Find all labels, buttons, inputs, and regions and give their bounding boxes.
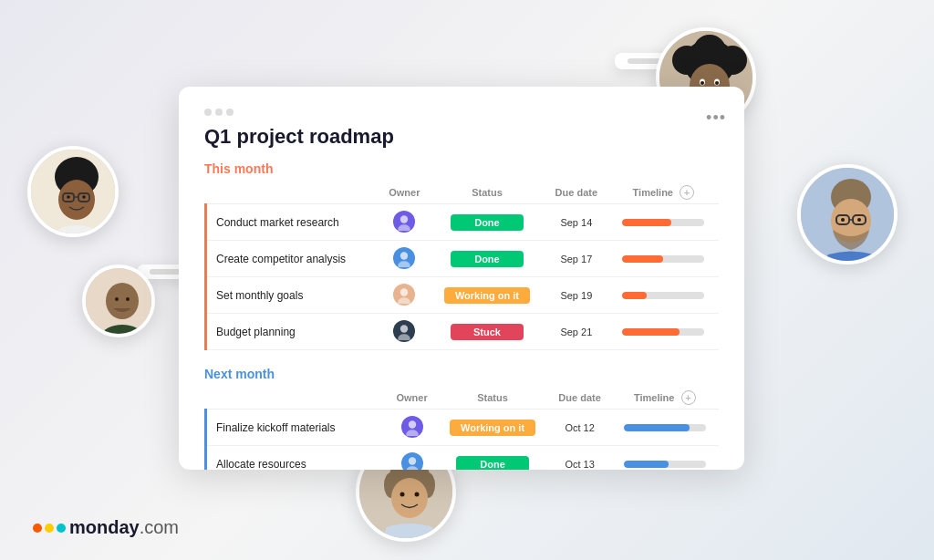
- task-owner: [388, 410, 437, 446]
- svg-point-31: [126, 297, 130, 301]
- next-month-label: Next month: [204, 367, 275, 381]
- task-owner: [379, 204, 430, 241]
- col-status-nm: Status: [436, 387, 548, 410]
- svg-point-9: [715, 81, 719, 85]
- avatar-left-mid: [27, 146, 119, 237]
- svg-point-39: [415, 493, 420, 497]
- task-name: Budget planning: [206, 314, 379, 350]
- task-status: Done: [430, 204, 545, 241]
- task-due-date: Oct 12: [549, 410, 611, 446]
- task-due-date: Oct 13: [549, 446, 611, 471]
- dot-2: [215, 109, 223, 116]
- this-month-label: This month: [204, 161, 273, 176]
- svg-point-51: [406, 466, 418, 470]
- task-owner: [379, 241, 430, 277]
- task-timeline: [608, 204, 719, 241]
- svg-point-50: [408, 457, 415, 464]
- svg-point-25: [67, 195, 70, 199]
- status-badge: Stuck: [451, 324, 524, 340]
- svg-point-38: [400, 493, 405, 497]
- project-card: ••• Q1 project roadmap This month Owner …: [179, 87, 744, 470]
- task-timeline: [608, 241, 719, 277]
- svg-point-40: [400, 215, 408, 223]
- svg-point-29: [106, 283, 139, 319]
- next-month-section: Next month Owner Status Due date Timelin…: [204, 367, 719, 470]
- col-due-date-nm: Due date: [549, 387, 611, 410]
- task-status: Done: [436, 446, 548, 471]
- svg-point-42: [400, 252, 408, 259]
- dot-1: [204, 109, 212, 116]
- logo-mark: [33, 524, 66, 533]
- task-name: Set monthly goals: [206, 277, 379, 314]
- status-badge: Done: [451, 251, 524, 267]
- col-owner-nm: Owner: [388, 387, 437, 410]
- task-due-date: Sep 19: [545, 277, 608, 314]
- task-name: Conduct market research: [206, 204, 379, 241]
- table-row: Allocate resources Done Oct 13: [206, 446, 720, 471]
- svg-point-44: [400, 288, 408, 296]
- svg-point-26: [82, 195, 86, 199]
- table-row: Budget planning Stuck Sep 21: [206, 314, 720, 350]
- col-due-date: Due date: [545, 181, 608, 204]
- status-badge: Working on it: [444, 287, 530, 304]
- task-due-date: Sep 21: [545, 314, 608, 350]
- task-status: Working on it: [430, 277, 545, 314]
- task-status: Working on it: [436, 410, 548, 446]
- next-month-table: Owner Status Due date Timeline + Finaliz…: [204, 387, 719, 470]
- col-status: Status: [430, 181, 545, 204]
- table-row: Conduct market research Done Sep 14: [206, 204, 720, 241]
- task-name: Finalize kickoff materials: [206, 410, 388, 446]
- this-month-section: This month Owner Status Due date Timelin…: [204, 161, 719, 350]
- svg-point-45: [399, 297, 410, 304]
- status-badge: Working on it: [450, 420, 535, 436]
- table-row: Set monthly goals Working on it Sep 19: [206, 277, 720, 314]
- col-timeline-nm: Timeline +: [611, 387, 719, 410]
- task-name: Create competitor analysis: [206, 241, 379, 277]
- task-owner: [388, 446, 437, 471]
- avatar-right: [797, 164, 898, 264]
- col-task-nm: [206, 387, 388, 410]
- table-row: Create competitor analysis Done Sep 17: [206, 241, 720, 277]
- logo-text: monday.com: [69, 517, 179, 538]
- task-name: Allocate resources: [206, 446, 388, 471]
- svg-point-46: [400, 325, 408, 332]
- card-title: Q1 project roadmap: [204, 125, 719, 149]
- window-dots: [204, 109, 719, 116]
- svg-point-4: [693, 35, 726, 67]
- task-owner: [379, 277, 430, 314]
- task-timeline: [608, 277, 719, 314]
- avatar-left-bottom: [82, 264, 155, 337]
- table-row: Finalize kickoff materials Working on it…: [206, 410, 720, 446]
- task-owner: [379, 314, 430, 350]
- monday-logo: monday.com: [33, 517, 179, 538]
- svg-point-8: [700, 81, 704, 85]
- svg-point-43: [399, 261, 410, 267]
- col-timeline: Timeline +: [608, 181, 719, 204]
- add-column-nm-button[interactable]: +: [681, 390, 696, 405]
- task-due-date: Sep 14: [545, 204, 608, 241]
- svg-point-48: [408, 420, 415, 428]
- svg-point-49: [406, 430, 418, 436]
- add-column-button[interactable]: +: [680, 185, 694, 200]
- col-task: [206, 181, 379, 204]
- svg-point-17: [841, 218, 845, 222]
- col-owner: Owner: [379, 181, 430, 204]
- status-badge: Done: [451, 214, 524, 231]
- more-menu-button[interactable]: •••: [706, 109, 726, 128]
- task-due-date: Sep 17: [545, 241, 608, 277]
- task-status: Stuck: [430, 314, 545, 350]
- status-badge: Done: [456, 456, 529, 471]
- task-status: Done: [430, 241, 545, 277]
- svg-point-47: [399, 334, 410, 340]
- this-month-table: Owner Status Due date Timeline + Conduct…: [204, 181, 719, 350]
- task-timeline: [608, 314, 719, 350]
- logo-dot-yellow: [45, 524, 54, 533]
- task-timeline: [611, 410, 719, 446]
- dot-3: [226, 109, 234, 116]
- logo-dot-cyan: [57, 524, 66, 533]
- svg-point-18: [857, 218, 861, 222]
- logo-dot-orange: [33, 524, 42, 533]
- svg-point-41: [399, 224, 410, 231]
- svg-point-37: [391, 478, 428, 518]
- task-timeline: [611, 446, 719, 471]
